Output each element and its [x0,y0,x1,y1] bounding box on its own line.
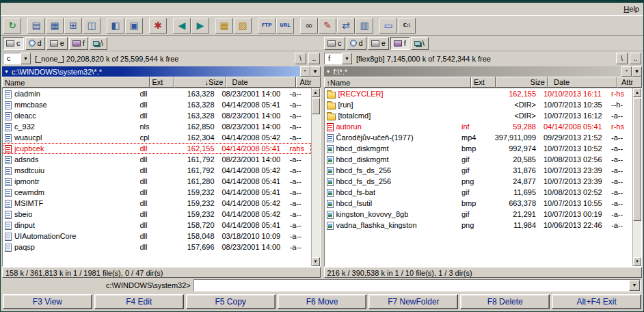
favorites-button[interactable]: ✱ [149,18,167,34]
f5-copy-button[interactable]: F5 Copy [186,294,276,309]
compare-button[interactable]: ▥ [355,18,373,34]
cewmdm[interactable]: cewmdm dll 159,232 04/14/2008 05:41 -a-- [3,187,311,198]
left-scrollbar[interactable]: ▲ ▼ [311,88,320,266]
f8-delete-button[interactable]: F8 Delete [460,294,550,309]
left-hotlist-button[interactable]: ▼ [310,66,321,77]
chevron-down-icon[interactable]: ▼ [342,53,352,64]
vertical-panels-button[interactable]: ◧ [107,18,124,34]
adsnds[interactable]: adsnds dll 161,792 08/23/2001 14:00 -a-- [3,154,311,165]
multi-rename-button[interactable]: ✎ [319,18,336,34]
dinput[interactable]: dinput dll 158,720 04/14/2008 05:41 -a-- [3,220,311,231]
hbcd_fs_ds_256[interactable]: hbcd_fs_ds_256 png 24,877 10/07/2013 23:… [325,176,633,187]
scrollbar-thumb[interactable] [633,98,641,221]
f3-view-button[interactable]: F3 View [3,294,92,309]
full-view-button[interactable]: ▦ [46,18,64,34]
column-header-name[interactable]: Name [2,77,150,88]
mmcbase[interactable]: mmcbase dll 163,328 04/14/2008 05:41 -a-… [3,99,311,110]
kingston_kovovy_8gb[interactable]: kingston_kovovy_8gb gif 21,291 10/07/201… [325,209,633,220]
right-parent-button[interactable]: .. [630,53,641,64]
scroll-down-icon[interactable]: ▼ [633,257,641,266]
folder-tabs-button[interactable]: ▣ [125,18,143,34]
hbcd_fs_ds_256[interactable]: hbcd_fs_ds_256 gif 31,876 10/07/2013 23:… [325,165,633,176]
wuaucpl[interactable]: wuaucpl cpl 162,304 04/14/2008 05:42 -a-… [3,132,311,143]
hbcd_diskmgmt[interactable]: hbcd_diskmgmt bmp 992,974 10/07/2013 10:… [325,143,633,154]
left-current-path[interactable]: ▼ c:\WINDOWS\system32\*.* [2,66,300,77]
sync-dirs-button[interactable]: ⇄ [337,18,355,34]
brief-view-button[interactable]: ▤ [27,18,45,34]
right-drive-button-e[interactable]: e [368,37,389,50]
[run][interactable]: [run] <DIR> 10/07/2013 10:35 --h- [325,99,633,110]
column-header-ext[interactable]: Ext [150,77,174,88]
left-root-button[interactable]: \ [295,53,306,64]
column-header-size[interactable]: ↓Size [174,77,226,88]
left-drive-button-d[interactable]: d [25,37,45,50]
left-drive-button-f[interactable]: f [69,37,88,50]
command-line-input[interactable] [194,280,629,291]
tree-view-button[interactable]: ⊞ [64,18,82,34]
hbcd_fsutil[interactable]: hbcd_fsutil bmp 663,378 10/07/2013 10:55… [325,198,633,209]
right-hotlist-button[interactable]: ▼ [632,66,642,77]
sbeio[interactable]: sbeio dll 159,232 04/14/2008 05:42 -a-- [3,209,311,220]
right-root-button[interactable]: \ [616,53,628,64]
right-drive-button-d[interactable]: d [347,37,366,50]
refresh-button[interactable]: ↻ [3,18,21,34]
scrollbar-thumb[interactable] [312,98,320,114]
column-header-date[interactable]: Date [226,77,296,88]
paqsp[interactable]: paqsp dll 157,696 08/23/2001 14:00 -a-- [3,242,311,252]
ciadmin[interactable]: ciadmin dll 163,328 08/23/2001 14:00 -a-… [3,88,311,99]
jcupbcek[interactable]: jcupbcek dll 162,155 04/14/2008 05:41 ra… [3,143,311,154]
unpack-files-button[interactable]: ▨ [234,18,252,34]
right-scrollbar[interactable]: ▲ ▼ [632,88,641,266]
quick-view-button[interactable]: ◫ [83,18,100,34]
back-button[interactable]: ◀ [173,18,191,34]
right-drive-combo[interactable]: f ▼ [324,53,352,64]
column-header-size[interactable]: Size [496,77,548,88]
scrollbar-track[interactable] [312,97,320,257]
search-button[interactable]: ∞ [300,18,318,34]
right-current-path[interactable]: ▼ f:\*.* [324,66,622,77]
hbcd_fs-bat[interactable]: hbcd_fs-bat gif 11,695 10/08/2013 02:52 … [325,187,633,198]
f4-edit-button[interactable]: F4 Edit [94,294,184,309]
menu-help[interactable]: Help [623,5,639,13]
Čarodějův-učeň-(1977)[interactable]: Čarodějův-učeň-(1977) mp4 397,911,099 09… [325,132,633,143]
left-drive-button-c[interactable]: c [3,37,24,50]
column-header-ext[interactable]: Ext [471,77,496,88]
right-drive-button-f[interactable]: f [390,37,410,50]
left-drive-button-root[interactable]: \ [90,37,107,50]
vadna_flashka_kingston[interactable]: vadna_flashka_kingston png 11,984 10/06/… [325,220,633,231]
alt-f4-exit-button[interactable]: Alt+F4 Exit [552,294,641,309]
right-drive-button-c[interactable]: c [324,37,345,50]
MSIMTF[interactable]: MSIMTF dll 159,232 04/14/2008 05:42 -a-- [3,198,311,209]
autorun[interactable]: autorun inf 59,288 04/14/2008 05:41 r-hs [325,121,633,132]
right-history-button[interactable]: * [621,66,632,77]
c_932[interactable]: c_932 nls 162,850 08/23/2001 14:00 -a-- [3,121,311,132]
left-history-button[interactable]: * [300,66,310,77]
right-drive-button-root[interactable]: \ [411,37,429,50]
[totalcmd][interactable]: [totalcmd] <DIR> 10/07/2013 16:12 -a-- [325,110,633,121]
forward-button[interactable]: ▶ [191,18,209,34]
scroll-up-icon[interactable]: ▲ [312,88,320,97]
column-header-name[interactable]: ↑Name [324,77,472,88]
f7-newfolder-button[interactable]: F7 NewFolder [368,294,458,309]
left-parent-button[interactable]: .. [308,53,320,64]
column-header-attr[interactable]: Attr [296,77,321,88]
msdtcuiu[interactable]: msdtcuiu dll 161,792 04/14/2008 05:42 -a… [3,165,311,176]
oleacc[interactable]: oleacc dll 163,328 08/23/2001 14:00 -a-- [3,110,311,121]
ftp-url-button[interactable]: URL [276,18,294,34]
UIAutomationCore[interactable]: UIAutomationCore dll 158,048 03/18/2010 … [3,231,311,242]
ftp-connect-button[interactable]: FTP [258,18,276,34]
scroll-up-icon[interactable]: ▲ [633,88,641,97]
[RECYCLER][interactable]: [RECYCLER] 162,155 10/10/2013 16:11 r-hs [325,88,633,99]
f6-move-button[interactable]: F6 Move [278,294,367,309]
command-prompt-button[interactable]: C:\ [398,18,416,34]
ipmontr[interactable]: ipmontr dll 161,280 04/14/2008 05:41 -a-… [3,176,311,187]
left-drive-combo[interactable]: c ▼ [3,53,31,64]
column-header-attr[interactable]: Attr [617,77,642,88]
left-drive-button-e[interactable]: e [46,37,68,50]
pack-files-button[interactable]: ▦ [215,18,233,34]
network-button[interactable]: ▭ [379,18,397,34]
scroll-down-icon[interactable]: ▼ [312,257,320,266]
scrollbar-track[interactable] [633,97,641,257]
chevron-down-icon[interactable]: ▼ [21,53,31,64]
hbcd_diskmgmt[interactable]: hbcd_diskmgmt gif 20,585 10/08/2013 02:5… [325,154,633,165]
